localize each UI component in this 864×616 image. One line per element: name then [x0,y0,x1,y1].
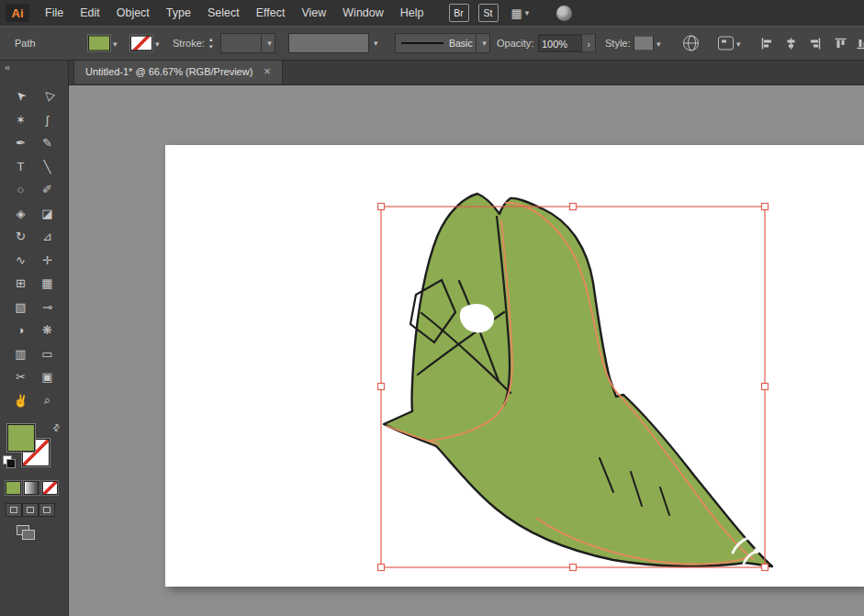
fill-color-control[interactable]: ▾ [88,36,118,51]
screen-mode-button[interactable] [17,525,35,539]
stroke-color-control[interactable]: ▾ [130,36,160,51]
lasso-tool[interactable]: ʃ [34,108,61,132]
chevron-down-icon[interactable]: ▾ [155,39,160,48]
pen-tool[interactable]: ✒ [7,131,34,155]
scale-tool[interactable]: ⊿ [34,225,61,249]
canvas-area[interactable] [68,84,864,616]
stock-button[interactable]: St [478,4,499,22]
artwork-metapod[interactable] [384,194,772,566]
pencil-tool[interactable]: ✎ [34,131,61,155]
stepper-up-icon[interactable]: ▴ [209,36,213,43]
shape-builder-tool[interactable]: ◈ [7,202,34,226]
document-setup-globe-icon[interactable] [683,36,699,51]
perspective-grid-tool[interactable]: ⊞ [7,272,34,296]
width-tool[interactable]: ∿ [7,249,34,273]
symbol-sprayer-tool[interactable]: ❋ [34,319,61,342]
opacity-input[interactable] [538,35,582,52]
gradient-tool[interactable]: ▧ [7,296,34,319]
close-icon[interactable]: × [264,65,271,77]
ellipse-tool[interactable]: ○ [7,178,34,202]
collapse-panel-icon[interactable]: « [5,62,10,73]
slice-selection-tool[interactable]: ▣ [34,365,61,389]
selection-handle[interactable] [570,565,577,571]
bridge-button[interactable]: Br [449,4,469,22]
hand-tool[interactable]: ✌ [7,389,34,413]
column-graph-tool-icon: ▥ [15,347,26,361]
direct-selection-tool[interactable]: ▷ [34,84,61,108]
align-left-icon [761,38,773,50]
workspace-switcher[interactable]: ▦ ▾ [511,6,530,20]
chevron-down-icon[interactable]: ▾ [113,39,118,48]
scale-tool-icon: ⊿ [42,230,52,243]
selection-handle[interactable] [378,204,385,210]
gradient-button[interactable] [24,481,39,495]
zoom-tool[interactable]: ⌕ [34,389,61,413]
slice-tool[interactable]: ✂ [7,365,34,389]
opacity-arrow-button[interactable]: › [581,34,596,53]
align-left-button[interactable] [758,36,775,50]
menu-window[interactable]: Window [334,0,391,26]
eyedropper-tool-icon: ⊸ [42,300,52,314]
eyedropper-tool[interactable]: ⊸ [34,296,61,319]
stepper-down-icon[interactable]: ▾ [209,43,213,50]
stroke-weight-dropdown[interactable]: ▾ [220,33,275,53]
direct-selection-tool-icon: ▷ [39,88,56,105]
fill-color-swatch[interactable] [88,36,110,51]
draw-normal-button[interactable] [6,503,22,517]
fill-color-chip[interactable] [7,424,35,452]
line-segment-tool[interactable]: ╲ [34,155,61,179]
menu-view[interactable]: View [293,0,334,26]
illustrator-window: Ai File Edit Object Type Select Effect V… [0,0,864,616]
menu-object[interactable]: Object [108,0,158,26]
free-transform-tool-icon: ✛ [42,253,52,267]
selection-handle[interactable] [762,204,769,210]
draw-inside-button[interactable] [39,503,55,517]
mesh-tool-icon: ▦ [41,276,52,290]
align-center-button[interactable] [782,36,799,50]
isolation-mode-button[interactable]: ▾ [718,37,741,50]
selection-handle[interactable] [762,565,769,571]
align-top-button[interactable] [832,36,848,50]
document-tab[interactable]: Untitled-1* @ 66.67% (RGB/Preview) × [73,59,283,84]
perspective-grid-tool-icon: ⊞ [16,276,26,290]
type-tool[interactable]: T [7,155,34,179]
column-graph-tool[interactable]: ▥ [7,342,34,366]
menu-file[interactable]: File [37,0,72,26]
menu-effect[interactable]: Effect [248,0,294,26]
brush-definition-dropdown[interactable]: Basic ▾ [395,33,490,53]
width-profile-dropdown[interactable] [288,33,369,53]
magic-wand-tool[interactable]: ✶ [7,108,34,132]
swap-fill-stroke-icon[interactable]: ⇄ [50,421,62,434]
selection-handle[interactable] [762,384,769,390]
stroke-weight-stepper[interactable]: ▴ ▾ [209,36,213,50]
width-tool-icon: ∿ [16,253,26,267]
menu-select[interactable]: Select [199,0,248,26]
magic-wand-tool-icon: ✶ [16,113,26,127]
mesh-tool[interactable]: ▦ [34,272,61,296]
selection-handle[interactable] [570,204,577,210]
graphic-style-dropdown[interactable]: ▾ [634,36,661,51]
selection-tool[interactable]: ➤ [7,84,34,108]
color-button[interactable] [6,481,21,495]
pen-tool-icon: ✒ [16,136,26,150]
artboard-tool[interactable]: ▭ [34,342,61,366]
draw-behind-button[interactable] [22,503,39,517]
blend-tool[interactable]: ◑ [7,319,34,342]
default-fill-stroke-icon[interactable] [3,455,15,467]
rotate-tool-icon: ↻ [16,230,26,243]
selection-handle[interactable] [378,384,385,390]
free-transform-tool[interactable]: ✛ [34,249,61,273]
menu-help[interactable]: Help [392,0,432,26]
rotate-tool[interactable]: ↻ [7,225,34,249]
align-right-button[interactable] [806,36,823,50]
chevron-down-icon: ▾ [525,8,530,17]
menu-edit[interactable]: Edit [72,0,108,26]
eraser-tool[interactable]: ◪ [34,202,61,226]
stroke-color-swatch[interactable] [130,36,152,51]
align-bottom-button[interactable] [854,36,864,50]
paintbrush-tool[interactable]: ✐ [34,178,61,202]
none-button[interactable] [42,481,58,495]
selection-handle[interactable] [378,565,385,571]
app-sync-icon[interactable] [556,6,572,21]
menu-type[interactable]: Type [158,0,199,26]
